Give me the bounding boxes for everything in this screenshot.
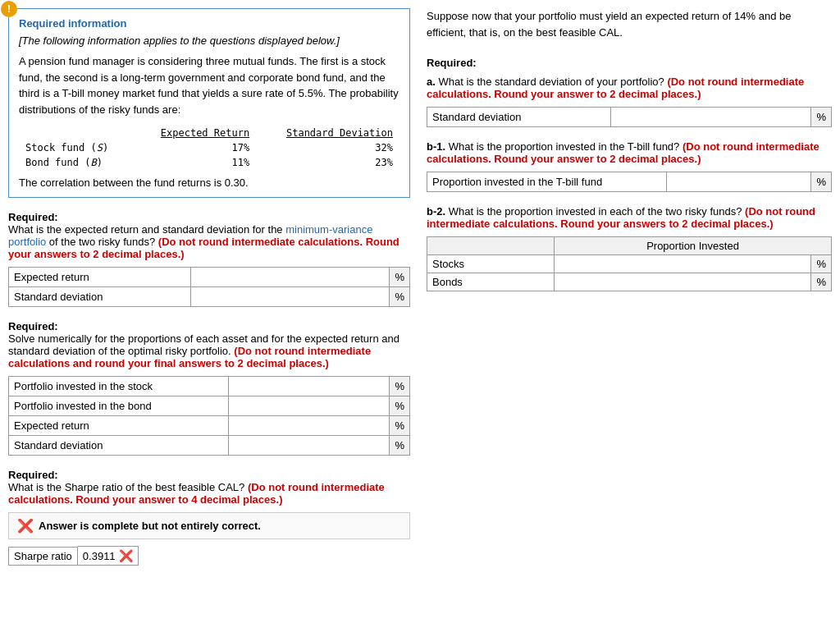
section-b2-row-stocks: Stocks % [427,255,832,273]
section-a-input-cell[interactable] [610,108,811,127]
section-a-input[interactable] [616,110,714,124]
section3-question: What is the Sharpe ratio of the best fea… [8,481,385,506]
section2-label-stddev: Standard deviation [9,436,229,456]
section1-row-expected: Expected return % [9,268,410,287]
section2-question: Solve numerically for the proportions of… [8,332,399,369]
section1-row-stddev: Standard deviation % [9,287,410,307]
section-b2-label-bonds: Bonds [427,273,555,291]
section-a-required: Required: [427,57,832,69]
section-a-unit: % [811,108,832,127]
section1-input-cell-stddev[interactable] [190,287,390,307]
section2-input-cell-expected[interactable] [229,416,390,436]
stock-return: 17% [134,140,256,155]
section-minvariance: Required: What is the expected return an… [8,211,410,307]
sharpe-error-icon: ❌ [119,549,133,562]
table-row-stock: Stock fund (S) 17% 32% [19,140,399,155]
section2-input-stddev[interactable] [234,438,332,452]
section-b2-input-stocks[interactable] [559,258,625,270]
section-sharpe: Required: What is the Sharpe ratio of th… [8,469,410,566]
prop-col-header: Proportion Invested [555,237,832,255]
section-a-row: Standard deviation % [427,108,832,127]
section-b1-row: Proportion invested in the T-bill fund % [427,172,832,192]
sharpe-value-cell: 0.3911 ❌ [78,546,139,566]
correlation-text: The correlation between the fund returns… [19,176,399,189]
section-b1-input[interactable] [672,175,770,189]
section2-row-stock: Portfolio invested in the stock % [9,377,410,396]
section-b2-table: Proportion Invested Stocks % Bonds % [427,236,832,291]
section-b2-input-bonds[interactable] [559,276,625,288]
section1-input-table: Expected return % Standard deviation % [8,267,410,307]
section2-input-cell-stock[interactable] [229,377,390,396]
section1-label-stddev: Standard deviation [9,287,191,307]
fund-data-table: Expected Return Standard Deviation Stock… [19,126,399,170]
section1-input-cell-expected[interactable] [190,268,390,287]
section-b1-input-table: Proportion invested in the T-bill fund % [427,172,832,192]
sharpe-value: 0.3911 [83,550,116,562]
section-b2-unit-stocks: % [811,255,832,273]
section-a-input-table: Standard deviation % [427,107,832,127]
section-b1-label: Proportion invested in the T-bill fund [427,172,667,192]
section1-unit-expected: % [390,268,410,287]
section2-label-bond: Portfolio invested in the bond [9,396,229,416]
section1-required: Required: What is the expected return an… [8,211,410,260]
info-body-text: A pension fund manager is considering th… [19,53,399,117]
section1-label-expected: Expected return [9,268,191,287]
sharpe-label: Sharpe ratio [8,547,78,566]
stock-stddev: 32% [256,140,399,155]
section-optimal: Required: Solve numerically for the prop… [8,320,410,456]
info-title: Required information [19,17,399,30]
info-box: ! Required information [The following in… [8,8,410,198]
section-b1: b-1. What is the proportion invested in … [427,140,832,192]
section-b1-input-cell[interactable] [667,172,811,192]
section-b2-input-cell-stocks[interactable] [555,255,811,273]
right-intro-text: Suppose now that your portfolio must yie… [427,8,832,40]
answer-feedback-box: ❌ Answer is complete but not entirely co… [8,512,410,539]
section2-input-bond[interactable] [234,399,332,413]
section2-input-cell-bond[interactable] [229,396,390,416]
section2-required: Required: Solve numerically for the prop… [8,320,410,369]
section2-unit-expected: % [390,416,410,436]
col-header-stddev: Standard Deviation [256,126,399,140]
section-b2-unit-bonds: % [811,273,832,291]
section2-input-table: Portfolio invested in the stock % Portfo… [8,376,410,456]
section1-input-stddev[interactable] [196,290,294,304]
section2-row-bond: Portfolio invested in the bond % [9,396,410,416]
bond-stddev: 23% [256,155,399,170]
prop-col-empty [427,237,555,255]
section2-unit-stock: % [390,377,410,396]
section-b2-input-cell-bonds[interactable] [555,273,811,291]
section2-input-stock[interactable] [234,379,332,393]
section1-question: What is the expected return and standard… [8,223,399,260]
section-a: Required: a. What is the standard deviat… [427,57,832,127]
section2-label-expected: Expected return [9,416,229,436]
bond-label: Bond fund (B) [19,155,134,170]
section2-row-stddev: Standard deviation % [9,436,410,456]
section2-input-expected[interactable] [234,419,332,433]
section2-label-stock: Portfolio invested in the stock [9,377,229,396]
stock-label: Stock fund (S) [19,140,134,155]
section2-unit-bond: % [390,396,410,416]
section-b2-question: b-2. What is the proportion invested in … [427,205,832,230]
section3-required: Required: What is the Sharpe ratio of th… [8,469,410,506]
section-b2-row-bonds: Bonds % [427,273,832,291]
error-icon: ❌ [17,518,34,534]
col-header-expected: Expected Return [134,126,256,140]
info-italic-text: [The following information applies to th… [19,34,399,47]
section2-unit-stddev: % [390,436,410,456]
section-a-question: a. What is the standard deviation of you… [427,76,832,100]
sharpe-input-row: Sharpe ratio 0.3911 ❌ [8,546,410,566]
bond-return: 11% [134,155,256,170]
feedback-text: Answer is complete but not entirely corr… [39,520,261,532]
section-b1-question: b-1. What is the proportion invested in … [427,140,832,165]
section1-input-expected[interactable] [196,270,294,284]
section2-row-expected: Expected return % [9,416,410,436]
section-b2-label-stocks: Stocks [427,255,555,273]
section1-unit-stddev: % [390,287,410,307]
table-row-bond: Bond fund (B) 11% 23% [19,155,399,170]
section-a-label: Standard deviation [427,108,611,127]
section-b1-unit: % [811,172,832,192]
section2-input-cell-stddev[interactable] [229,436,390,456]
section-b2: b-2. What is the proportion invested in … [427,205,832,291]
info-icon: ! [1,1,17,17]
